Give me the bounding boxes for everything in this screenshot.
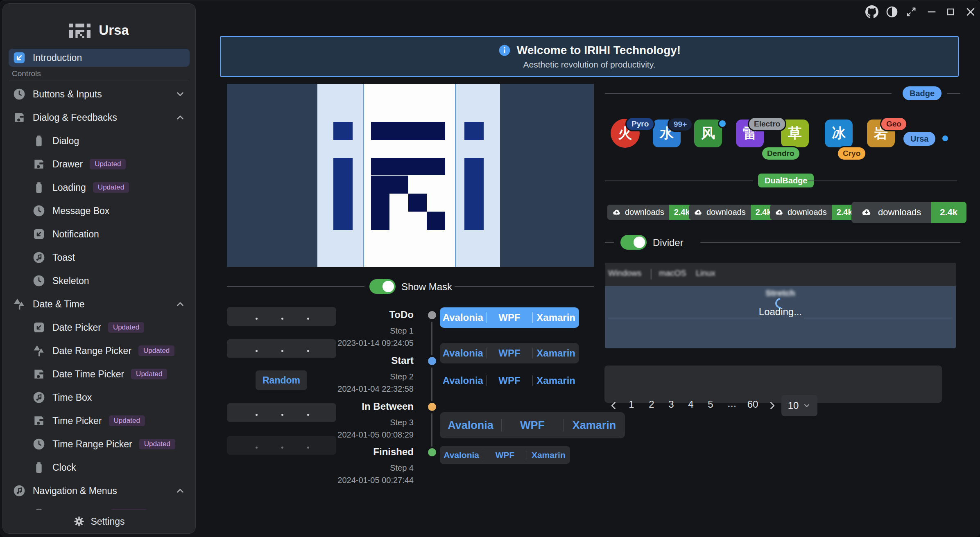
page-size-dropdown[interactable]: 10 [781, 395, 817, 416]
sidebar-item-introduction[interactable]: Introduction [9, 49, 190, 67]
page-button-1[interactable]: 1 [624, 399, 639, 410]
step-time: 2024-01-04 22:32:58 [324, 384, 414, 394]
mask-demo-image [227, 84, 594, 267]
page-button-3[interactable]: 3 [664, 399, 679, 410]
arrow-square-icon [32, 228, 45, 241]
banner-subtitle: Aesthetic revolution of productivity. [523, 60, 656, 70]
sidebar-item-drawer[interactable]: Drawer Updated [9, 155, 190, 173]
pagination-next-icon[interactable] [767, 400, 777, 411]
close-icon[interactable] [964, 5, 977, 18]
theme-toggle-icon[interactable] [885, 5, 899, 18]
expand-icon[interactable] [905, 6, 917, 18]
xamarin-button[interactable]: Xamarin [533, 347, 579, 359]
step-title: ToDo [340, 309, 414, 320]
sidebar-item-breadcrumb[interactable]: Breadcrumb Updated [9, 505, 190, 510]
divider-label: Divider [653, 237, 684, 248]
step-subtitle: Step 4 [324, 463, 414, 473]
ip-input-2[interactable] [227, 339, 336, 358]
show-mask-toggle[interactable] [369, 279, 396, 294]
battery-icon [32, 134, 45, 147]
sidebar-item-time-range-picker[interactable]: Time Range Picker Updated [9, 435, 190, 453]
page-button-5[interactable]: 5 [703, 399, 718, 410]
wpf-button[interactable]: WPF [483, 450, 526, 460]
avalonia-button[interactable]: Avalonia [440, 419, 501, 432]
ip-input-3[interactable] [227, 403, 336, 422]
xamarin-button[interactable]: Xamarin [533, 375, 579, 386]
page-button-4[interactable]: 4 [684, 399, 698, 410]
sidebar-item-navigation-menus[interactable]: Navigation & Menus [9, 482, 190, 500]
xamarin-button[interactable]: Xamarin [564, 419, 625, 432]
wpf-button[interactable]: WPF [487, 347, 533, 359]
sidebar-nav: Introduction Controls Buttons & Inputs D… [9, 46, 190, 510]
ip-input-4-disabled [227, 436, 336, 455]
step-dot-in-between [428, 403, 436, 411]
floppy-icon [32, 414, 45, 427]
chevron-up-icon [175, 485, 186, 496]
mask-split-line-left[interactable] [363, 84, 364, 267]
pagination-prev-icon[interactable] [609, 400, 619, 411]
sidebar-item-date-time[interactable]: Date & Time [9, 295, 190, 313]
github-icon[interactable] [865, 5, 878, 18]
page-button-60[interactable]: 60 [744, 399, 762, 410]
ip-input-1[interactable] [227, 307, 336, 326]
sidebar-item-buttons-inputs[interactable]: Buttons & Inputs [9, 85, 190, 103]
button-group-dark: Avalonia WPF Xamarin [440, 343, 579, 363]
logo-right-bar [464, 158, 484, 230]
sidebar-item-label: Dialog [52, 135, 79, 147]
step-time: 2023-01-14 09:24:05 [324, 338, 414, 348]
tab-linux[interactable]: Linux [696, 268, 715, 278]
sidebar-item-date-range-picker[interactable]: Date Range Picker Updated [9, 342, 190, 360]
pagination-ellipsis[interactable]: ••• [722, 403, 743, 410]
sidebar-item-loading[interactable]: Loading Updated [9, 178, 190, 196]
app-logo-icon [69, 23, 91, 38]
sidebar-item-label: Navigation & Menus [33, 485, 117, 496]
divider-toggle[interactable] [620, 235, 647, 250]
wpf-button[interactable]: WPF [487, 375, 533, 386]
wpf-button[interactable]: WPF [502, 419, 563, 432]
sidebar-item-clock[interactable]: Clock [9, 458, 190, 476]
sidebar-item-time-picker[interactable]: Time Picker Updated [9, 412, 190, 430]
page-button-2[interactable]: 2 [644, 399, 659, 410]
content-divider [608, 318, 760, 318]
xamarin-button[interactable]: Xamarin [527, 450, 570, 460]
avalonia-button[interactable]: Avalonia [440, 347, 486, 359]
downloads-label: downloads [788, 208, 827, 217]
floppy-icon [13, 111, 26, 124]
pyro-badge: Pyro [625, 117, 655, 131]
sidebar-item-notification[interactable]: Notification [9, 225, 190, 243]
app-window: Ursa Introduction Controls Buttons & Inp… [0, 0, 980, 537]
floppy-icon [32, 158, 45, 171]
sidebar-item-dialog-feedbacks[interactable]: Dialog & Feedbacks [9, 108, 190, 126]
sidebar-item-message-box[interactable]: Message Box [9, 202, 190, 220]
sidebar-item-toast[interactable]: Toast [9, 248, 190, 266]
sidebar-item-date-time-picker[interactable]: Date Time Picker Updated [9, 365, 190, 383]
image-dark-right [500, 84, 594, 267]
updated-badge: Updated [139, 439, 175, 449]
avalonia-button[interactable]: Avalonia [440, 312, 486, 323]
sidebar-item-label: Loading [52, 182, 86, 193]
toggle-knob [634, 237, 645, 248]
tab-macos[interactable]: macOS [659, 268, 686, 278]
random-button[interactable]: Random [256, 370, 307, 390]
avalonia-button[interactable]: Avalonia [440, 375, 486, 386]
text-input[interactable] [604, 366, 942, 403]
minimize-icon[interactable] [925, 5, 938, 18]
sidebar-item-dialog[interactable]: Dialog [9, 132, 190, 150]
mask-split-line-right[interactable] [455, 84, 456, 267]
sidebar-item-skeleton[interactable]: Skeleton [9, 272, 190, 290]
xamarin-button[interactable]: Xamarin [533, 312, 579, 323]
avalonia-button[interactable]: Avalonia [440, 450, 483, 460]
sidebar-item-label: Skeleton [52, 275, 89, 287]
sidebar-item-time-box[interactable]: Time Box [9, 388, 190, 406]
sidebar-item-label: Toast [52, 252, 75, 263]
geo-badge: Geo [880, 117, 908, 131]
settings-button[interactable]: Settings [3, 510, 195, 533]
arrow-square-icon [13, 51, 26, 64]
wpf-button[interactable]: WPF [487, 312, 533, 323]
tab-windows[interactable]: Windows [608, 268, 641, 278]
sidebar-item-date-picker[interactable]: Date Picker Updated [9, 318, 190, 336]
cloud-download-icon [861, 207, 872, 218]
cloud-download-icon [775, 208, 784, 217]
updated-badge: Updated [131, 369, 167, 379]
maximize-icon[interactable] [945, 6, 956, 18]
